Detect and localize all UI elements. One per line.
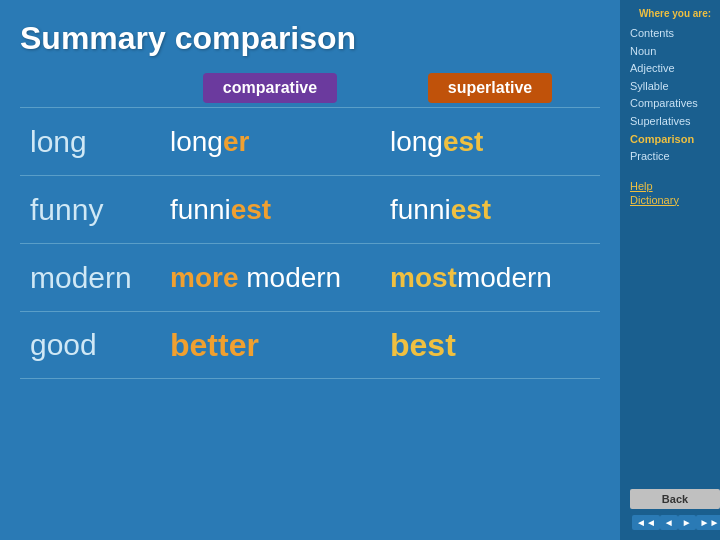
sidebar-item-noun[interactable]: Noun bbox=[630, 43, 720, 61]
superlative-funny: funniest bbox=[380, 186, 600, 234]
superlative-modern: mostmodern bbox=[380, 254, 600, 302]
nav-first-button[interactable]: ◄◄ bbox=[632, 515, 660, 530]
nav-prev-button[interactable]: ◄ bbox=[660, 515, 678, 530]
comparative-funny: funniest bbox=[160, 186, 380, 234]
sidebar-item-syllable[interactable]: Syllable bbox=[630, 78, 720, 96]
page-title: Summary comparison bbox=[20, 20, 600, 57]
where-you-are-label: Where you are: bbox=[630, 8, 720, 19]
nav-last-button[interactable]: ►► bbox=[696, 515, 720, 530]
sidebar-item-comparison[interactable]: Comparison bbox=[630, 131, 720, 149]
dictionary-link[interactable]: Dictionary bbox=[630, 194, 720, 206]
comparative-modern: more modern bbox=[160, 254, 380, 302]
help-link[interactable]: Help bbox=[630, 180, 720, 192]
table-row: good better best bbox=[20, 311, 600, 379]
base-word-modern: modern bbox=[20, 253, 160, 303]
comparative-long: longer bbox=[160, 118, 380, 166]
table-row: funny funniest funniest bbox=[20, 175, 600, 243]
header-comparative: comparative bbox=[160, 73, 380, 103]
comparative-label: comparative bbox=[203, 73, 337, 103]
table-header: comparative superlative bbox=[20, 73, 600, 103]
header-base bbox=[20, 73, 160, 103]
table-row: long longer longest bbox=[20, 107, 600, 175]
superlative-label: superlative bbox=[428, 73, 552, 103]
base-word-funny: funny bbox=[20, 185, 160, 235]
back-button[interactable]: Back bbox=[630, 489, 720, 509]
comparative-good: better bbox=[160, 319, 380, 372]
base-word-good: good bbox=[20, 320, 160, 370]
nav-next-button[interactable]: ► bbox=[678, 515, 696, 530]
main-panel: Summary comparison comparative superlati… bbox=[0, 0, 620, 540]
sidebar-item-practice[interactable]: Practice bbox=[630, 148, 720, 166]
nav-buttons: ◄◄ ◄ ► ►► bbox=[630, 513, 720, 532]
help-links: Help Dictionary bbox=[630, 180, 720, 206]
comparison-table: comparative superlative long longer long… bbox=[20, 73, 600, 530]
base-word-long: long bbox=[20, 117, 160, 167]
sidebar-item-superlatives[interactable]: Superlatives bbox=[630, 113, 720, 131]
sidebar-item-contents[interactable]: Contents bbox=[630, 25, 720, 43]
superlative-good: best bbox=[380, 319, 600, 372]
sidebar: Where you are: Contents Noun Adjective S… bbox=[620, 0, 720, 540]
sidebar-item-adjective[interactable]: Adjective bbox=[630, 60, 720, 78]
table-row: modern more modern mostmodern bbox=[20, 243, 600, 311]
superlative-long: longest bbox=[380, 118, 600, 166]
header-superlative: superlative bbox=[380, 73, 600, 103]
sidebar-item-comparatives[interactable]: Comparatives bbox=[630, 95, 720, 113]
